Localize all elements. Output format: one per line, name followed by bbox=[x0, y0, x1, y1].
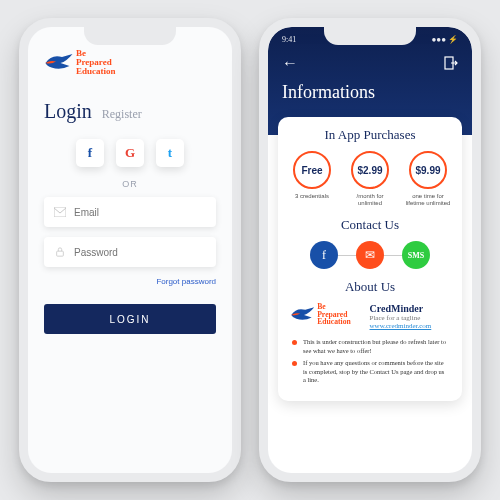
auth-tabs: Login Register bbox=[44, 100, 216, 123]
google-login-button[interactable]: G bbox=[116, 139, 144, 167]
about-link[interactable]: www.credminder.com bbox=[370, 322, 432, 330]
mail-icon: ✉ bbox=[365, 248, 375, 263]
contact-section: Contact Us f ✉ SMS bbox=[286, 217, 454, 269]
social-login-row: f G t bbox=[44, 139, 216, 167]
purchases-title: In App Purchases bbox=[286, 127, 454, 143]
bird-icon bbox=[44, 52, 74, 74]
notch bbox=[324, 27, 416, 45]
password-field[interactable] bbox=[44, 237, 216, 267]
contact-mail-button[interactable]: ✉ bbox=[356, 241, 384, 269]
contact-title: Contact Us bbox=[286, 217, 454, 233]
google-icon: G bbox=[125, 145, 135, 161]
forgot-password-link[interactable]: Forgot password bbox=[44, 277, 216, 286]
phone-info: 9:41 ●●● ⚡ ← Informations In App Purchas… bbox=[259, 18, 481, 482]
or-divider: OR bbox=[44, 179, 216, 189]
lock-icon bbox=[54, 247, 66, 257]
facebook-icon: f bbox=[322, 248, 326, 263]
about-tagline: Place for a tagline bbox=[370, 314, 432, 322]
status-time: 9:41 bbox=[282, 35, 296, 44]
contact-sms-button[interactable]: SMS bbox=[402, 241, 430, 269]
bullet-item: This is under construction but please do… bbox=[292, 338, 448, 355]
phone-login: Be Prepared Education Login Register f G… bbox=[19, 18, 241, 482]
mail-icon bbox=[54, 207, 66, 217]
about-name: CredMinder bbox=[370, 303, 432, 314]
facebook-icon: f bbox=[88, 145, 92, 161]
back-button[interactable]: ← bbox=[282, 54, 298, 72]
plan-lifetime[interactable]: $9.99one time for lifetime unlimited bbox=[402, 151, 454, 207]
brand-logo: Be Prepared Education bbox=[44, 49, 216, 76]
info-card: In App Purchases Free3 credentials $2.99… bbox=[278, 117, 462, 401]
tab-login[interactable]: Login bbox=[44, 100, 92, 123]
plan-monthly[interactable]: $2.99/month for unlimited bbox=[344, 151, 396, 207]
email-input[interactable] bbox=[74, 207, 206, 218]
bullet-dot-icon bbox=[292, 340, 297, 345]
password-input[interactable] bbox=[74, 247, 206, 258]
sms-icon: SMS bbox=[408, 251, 424, 260]
about-section: About Us Be Prepared Education CredMinde… bbox=[286, 279, 454, 384]
login-button[interactable]: LOGIN bbox=[44, 304, 216, 334]
plans-row: Free3 credentials $2.99/month for unlimi… bbox=[286, 151, 454, 207]
about-title: About Us bbox=[286, 279, 454, 295]
twitter-icon: t bbox=[168, 145, 172, 161]
twitter-login-button[interactable]: t bbox=[156, 139, 184, 167]
facebook-login-button[interactable]: f bbox=[76, 139, 104, 167]
bullet-item: If you have any questions or comments be… bbox=[292, 359, 448, 384]
email-field[interactable] bbox=[44, 197, 216, 227]
brand-line3: Education bbox=[76, 67, 116, 76]
tab-register[interactable]: Register bbox=[102, 107, 142, 122]
svg-rect-1 bbox=[57, 251, 64, 256]
contact-facebook-button[interactable]: f bbox=[310, 241, 338, 269]
bullet-dot-icon bbox=[292, 361, 297, 366]
about-bullets: This is under construction but please do… bbox=[292, 338, 448, 384]
notch bbox=[84, 27, 176, 45]
svg-rect-0 bbox=[54, 207, 66, 217]
brand-logo-small: Be Prepared Education bbox=[290, 303, 351, 326]
plan-free[interactable]: Free3 credentials bbox=[286, 151, 338, 207]
status-icons: ●●● ⚡ bbox=[432, 35, 459, 44]
bird-icon bbox=[290, 306, 316, 325]
page-title: Informations bbox=[282, 82, 458, 103]
exit-icon[interactable] bbox=[444, 56, 458, 70]
